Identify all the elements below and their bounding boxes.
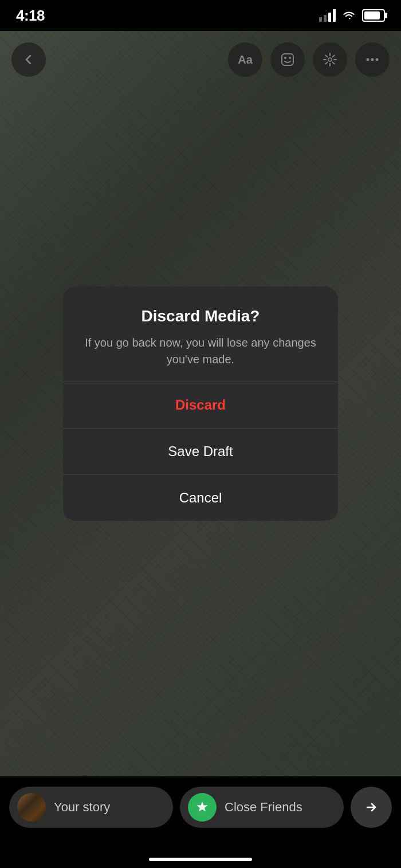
status-icons xyxy=(319,9,385,22)
status-bar: 4:18 xyxy=(0,0,401,31)
cancel-button[interactable]: Cancel xyxy=(63,475,338,521)
bottom-bar: Your story Close Friends xyxy=(0,776,401,868)
your-story-label: Your story xyxy=(54,800,110,815)
save-draft-button[interactable]: Save Draft xyxy=(63,429,338,474)
dialog-title: Discard Media? xyxy=(80,307,321,325)
home-indicator xyxy=(149,858,252,861)
close-friends-pill[interactable]: Close Friends xyxy=(180,787,344,828)
status-time: 4:18 xyxy=(16,7,45,25)
dialog-overlay: Discard Media? If you go back now, you w… xyxy=(0,31,401,776)
dialog-message: If you go back now, you will lose any ch… xyxy=(80,335,321,368)
close-friends-label: Close Friends xyxy=(225,800,302,815)
star-icon-circle xyxy=(188,793,217,822)
signal-icon xyxy=(319,9,336,22)
your-story-pill[interactable]: Your story xyxy=(9,787,173,828)
avatar xyxy=(17,793,46,822)
dialog-header: Discard Media? If you go back now, you w… xyxy=(63,286,338,382)
camera-area: Aa xyxy=(0,31,401,776)
discard-dialog: Discard Media? If you go back now, you w… xyxy=(63,286,338,521)
next-button[interactable] xyxy=(351,787,392,828)
discard-button[interactable]: Discard xyxy=(63,382,338,428)
battery-icon xyxy=(362,9,385,22)
wifi-icon xyxy=(341,10,356,21)
